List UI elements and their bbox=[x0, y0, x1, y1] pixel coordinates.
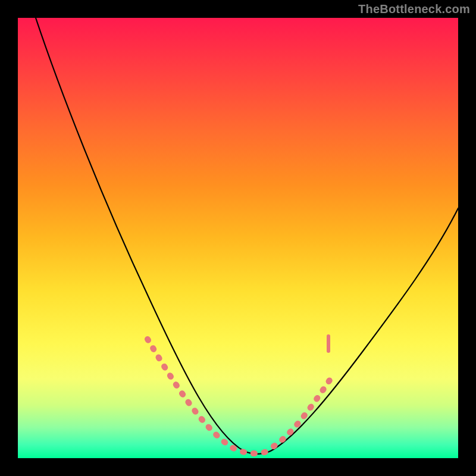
watermark-label: TheBottleneck.com bbox=[358, 2, 470, 16]
bottleneck-curve bbox=[18, 18, 458, 458]
highlight-left bbox=[148, 339, 268, 453]
highlight-right bbox=[274, 375, 333, 446]
plot-area bbox=[18, 18, 458, 458]
curve-path bbox=[36, 18, 458, 454]
chart-frame: TheBottleneck.com bbox=[0, 0, 476, 476]
